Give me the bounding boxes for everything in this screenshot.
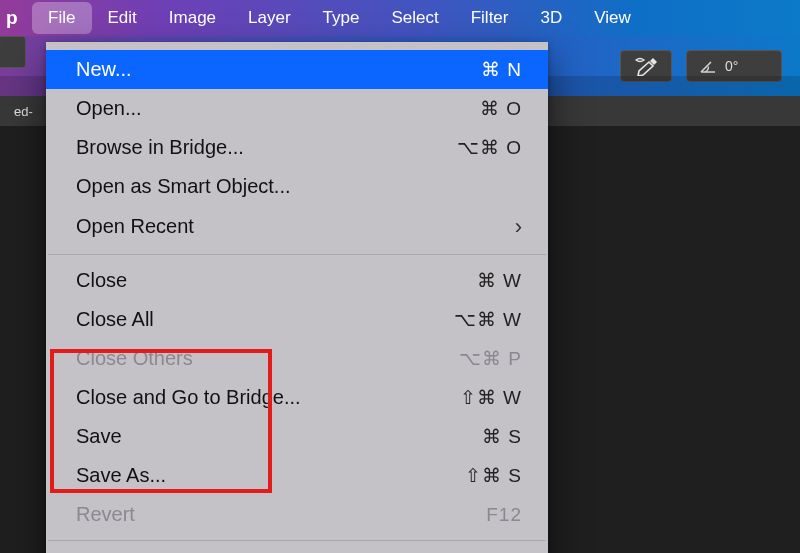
- menu-item-close-bridge[interactable]: Close and Go to Bridge...⇧⌘ W: [46, 378, 548, 417]
- menu-item-revert: RevertF12: [46, 495, 548, 534]
- menubar-item-type[interactable]: Type: [307, 2, 376, 34]
- menubar: p FileEditImageLayerTypeSelectFilter3DVi…: [0, 0, 800, 36]
- menu-item-label: Open...: [76, 94, 432, 123]
- menu-item-shortcut: ⇧⌘ S: [432, 462, 522, 490]
- menubar-item-image[interactable]: Image: [153, 2, 232, 34]
- menu-item-browse[interactable]: Browse in Bridge...⌥⌘ O: [46, 128, 548, 167]
- menu-item-label: Open as Smart Object...: [76, 172, 522, 201]
- menubar-item-3d[interactable]: 3D: [524, 2, 578, 34]
- menubar-item-edit[interactable]: Edit: [92, 2, 153, 34]
- menu-item-label: Revert: [76, 500, 432, 529]
- menubar-item-filter[interactable]: Filter: [455, 2, 525, 34]
- menu-item-label: Close and Go to Bridge...: [76, 383, 432, 412]
- menu-item-label: Close All: [76, 305, 432, 334]
- menu-item-label: Close: [76, 266, 432, 295]
- menu-item-open-smart[interactable]: Open as Smart Object...: [46, 167, 548, 206]
- menu-item-shortcut: ⌘ N: [432, 56, 522, 84]
- file-menu-dropdown: New...⌘ NOpen...⌘ OBrowse in Bridge...⌥⌘…: [46, 42, 548, 553]
- menu-separator: [48, 254, 546, 255]
- rotation-angle-value: 0°: [725, 58, 738, 74]
- menubar-item-file[interactable]: File: [32, 2, 91, 34]
- eyedropper-tool-button[interactable]: [620, 50, 672, 82]
- menu-item-save-as[interactable]: Save As...⇧⌘ S: [46, 456, 548, 495]
- menu-item-shortcut: ⇧⌘ W: [432, 384, 522, 412]
- menu-item-label: Open Recent: [76, 212, 502, 241]
- menu-separator: [48, 540, 546, 541]
- menu-item-new[interactable]: New...⌘ N: [46, 50, 548, 89]
- document-tab-fragment[interactable]: ed-: [6, 100, 41, 123]
- app-menu[interactable]: p: [0, 7, 32, 29]
- rotation-angle-field[interactable]: 0°: [686, 50, 782, 82]
- menu-item-label: Browse in Bridge...: [76, 133, 432, 162]
- eyedropper-icon: [633, 56, 659, 76]
- menu-item-label: Close Others: [76, 344, 432, 373]
- menu-item-close-all[interactable]: Close All⌥⌘ W: [46, 300, 548, 339]
- menu-item-shortcut: F12: [432, 501, 522, 529]
- menu-item-shortcut: ⌘ O: [432, 95, 522, 123]
- menu-item-shortcut: ⌥⌘ P: [432, 345, 522, 373]
- menu-item-shortcut: ⌘ W: [432, 267, 522, 295]
- menu-item-close-others: Close Others⌥⌘ P: [46, 339, 548, 378]
- toolbar-left-fragment: [0, 36, 26, 68]
- menu-item-shortcut: ⌘ S: [432, 423, 522, 451]
- menu-item-label: Save As...: [76, 461, 432, 490]
- menu-item-close[interactable]: Close⌘ W: [46, 261, 548, 300]
- chevron-right-icon: ›: [502, 211, 522, 243]
- menubar-item-layer[interactable]: Layer: [232, 2, 307, 34]
- menu-item-shortcut: ⌥⌘ W: [432, 306, 522, 334]
- menu-item-shortcut: ⌥⌘ O: [432, 134, 522, 162]
- angle-icon: [699, 58, 717, 74]
- menubar-item-view[interactable]: View: [578, 2, 647, 34]
- menu-item-export[interactable]: Export›: [46, 547, 548, 553]
- app-window: p FileEditImageLayerTypeSelectFilter3DVi…: [0, 0, 800, 553]
- menu-item-open-recent[interactable]: Open Recent›: [46, 206, 548, 248]
- menu-item-open[interactable]: Open...⌘ O: [46, 89, 548, 128]
- menubar-item-select[interactable]: Select: [375, 2, 454, 34]
- menu-item-label: New...: [76, 55, 432, 84]
- menu-item-label: Save: [76, 422, 432, 451]
- menu-item-save[interactable]: Save⌘ S: [46, 417, 548, 456]
